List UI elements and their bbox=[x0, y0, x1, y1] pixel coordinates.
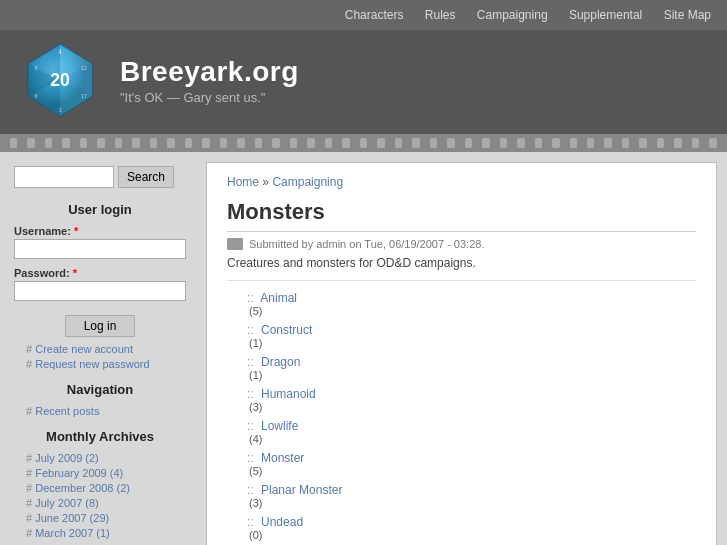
dot bbox=[342, 138, 349, 148]
bullet-icon: :: bbox=[247, 387, 254, 401]
create-account-link[interactable]: Create new account bbox=[26, 343, 186, 355]
dot bbox=[237, 138, 244, 148]
nav-characters[interactable]: Characters bbox=[345, 8, 404, 22]
dot bbox=[587, 138, 594, 148]
archive-item[interactable]: July 2007 (8) bbox=[26, 497, 186, 509]
dot bbox=[202, 138, 209, 148]
dot bbox=[62, 138, 69, 148]
archive-item[interactable]: July 2009 (2) bbox=[26, 452, 186, 464]
category-link[interactable]: Dragon bbox=[261, 355, 300, 369]
bullet-icon: :: bbox=[247, 291, 254, 305]
page-title: Monsters bbox=[227, 199, 696, 232]
password-label: Password: * bbox=[14, 267, 186, 279]
bullet-icon: :: bbox=[247, 323, 254, 337]
svg-text:4: 4 bbox=[58, 48, 62, 55]
dot bbox=[150, 138, 157, 148]
logo-svg: 20 4 12 8 6 17 1 bbox=[20, 40, 100, 120]
dot bbox=[657, 138, 664, 148]
search-button[interactable]: Search bbox=[118, 166, 174, 188]
category-link[interactable]: Planar Monster bbox=[261, 483, 342, 497]
archive-item[interactable]: March 2007 (1) bbox=[26, 527, 186, 539]
dot bbox=[552, 138, 559, 148]
site-tagline: "It's OK — Gary sent us." bbox=[120, 90, 299, 105]
dot bbox=[290, 138, 297, 148]
header-inner: 20 4 12 8 6 17 1 Breeyark.org "It's OK —… bbox=[0, 30, 727, 134]
dot bbox=[167, 138, 174, 148]
page-wrapper: Search User login Username: * Password: … bbox=[0, 152, 727, 545]
post-meta: Submitted by admin on Tue, 06/19/2007 - … bbox=[227, 238, 696, 250]
password-required: * bbox=[73, 267, 77, 279]
svg-text:1: 1 bbox=[58, 107, 61, 113]
nav-campaigning[interactable]: Campaigning bbox=[477, 8, 548, 22]
search-input[interactable] bbox=[14, 166, 114, 188]
dot bbox=[360, 138, 367, 148]
category-link[interactable]: Construct bbox=[261, 323, 312, 337]
site-logo: 20 4 12 8 6 17 1 bbox=[20, 40, 100, 120]
request-password-link[interactable]: Request new password bbox=[26, 358, 186, 370]
dot bbox=[604, 138, 611, 148]
dot bbox=[622, 138, 629, 148]
dot bbox=[185, 138, 192, 148]
category-item: :: Animal (5) bbox=[247, 291, 696, 317]
navigation-title: Navigation bbox=[14, 382, 186, 397]
login-button[interactable]: Log in bbox=[65, 315, 136, 337]
dot bbox=[220, 138, 227, 148]
nav-supplemental[interactable]: Supplemental bbox=[569, 8, 642, 22]
category-link[interactable]: Animal bbox=[260, 291, 297, 305]
search-form: Search bbox=[14, 166, 186, 188]
category-item: :: Construct (1) bbox=[247, 323, 696, 349]
category-count: (0) bbox=[249, 529, 696, 541]
nav-rules[interactable]: Rules bbox=[425, 8, 456, 22]
category-list: :: Animal (5) :: Construct (1) :: Dragon… bbox=[227, 291, 696, 541]
category-count: (1) bbox=[249, 369, 696, 381]
bullet-icon: :: bbox=[247, 451, 254, 465]
dot bbox=[325, 138, 332, 148]
dot bbox=[27, 138, 34, 148]
recent-posts-link[interactable]: Recent posts bbox=[26, 405, 186, 417]
dot bbox=[377, 138, 384, 148]
category-link[interactable]: Lowlife bbox=[261, 419, 298, 433]
nav-sitemap[interactable]: Site Map bbox=[664, 8, 711, 22]
category-item: :: Humanoid (3) bbox=[247, 387, 696, 413]
category-count: (3) bbox=[249, 401, 696, 413]
category-link[interactable]: Humanoid bbox=[261, 387, 316, 401]
category-item: :: Lowlife (4) bbox=[247, 419, 696, 445]
dot bbox=[692, 138, 699, 148]
breadcrumb-section[interactable]: Campaigning bbox=[272, 175, 343, 189]
archive-item[interactable]: December 2008 (2) bbox=[26, 482, 186, 494]
category-count: (4) bbox=[249, 433, 696, 445]
dot bbox=[570, 138, 577, 148]
dot bbox=[482, 138, 489, 148]
bullet-icon: :: bbox=[247, 419, 254, 433]
archive-item[interactable]: June 2007 (29) bbox=[26, 512, 186, 524]
dot bbox=[10, 138, 17, 148]
archive-item[interactable]: February 2009 (4) bbox=[26, 467, 186, 479]
dot bbox=[709, 138, 716, 148]
category-item: :: Dragon (1) bbox=[247, 355, 696, 381]
breadcrumb-home[interactable]: Home bbox=[227, 175, 259, 189]
dot bbox=[412, 138, 419, 148]
user-login-title: User login bbox=[14, 202, 186, 217]
breadcrumb: Home » Campaigning bbox=[227, 175, 696, 189]
breadcrumb-separator: » bbox=[262, 175, 272, 189]
dot bbox=[395, 138, 402, 148]
username-input[interactable] bbox=[14, 239, 186, 259]
decorative-strip bbox=[0, 134, 727, 152]
dot bbox=[674, 138, 681, 148]
category-item: :: Undead (0) bbox=[247, 515, 696, 541]
bullet-icon: :: bbox=[247, 515, 254, 529]
bullet-icon: :: bbox=[247, 355, 254, 369]
svg-text:6: 6 bbox=[34, 93, 37, 99]
svg-text:8: 8 bbox=[34, 65, 37, 71]
main-content: Home » Campaigning Monsters Submitted by… bbox=[206, 162, 717, 545]
dot bbox=[255, 138, 262, 148]
category-item: :: Monster (5) bbox=[247, 451, 696, 477]
sidebar: Search User login Username: * Password: … bbox=[0, 152, 200, 545]
category-link[interactable]: Monster bbox=[261, 451, 304, 465]
password-input[interactable] bbox=[14, 281, 186, 301]
dot bbox=[500, 138, 507, 148]
category-count: (1) bbox=[249, 337, 696, 349]
category-link[interactable]: Undead bbox=[261, 515, 303, 529]
dot bbox=[272, 138, 279, 148]
bullet-icon: :: bbox=[247, 483, 254, 497]
